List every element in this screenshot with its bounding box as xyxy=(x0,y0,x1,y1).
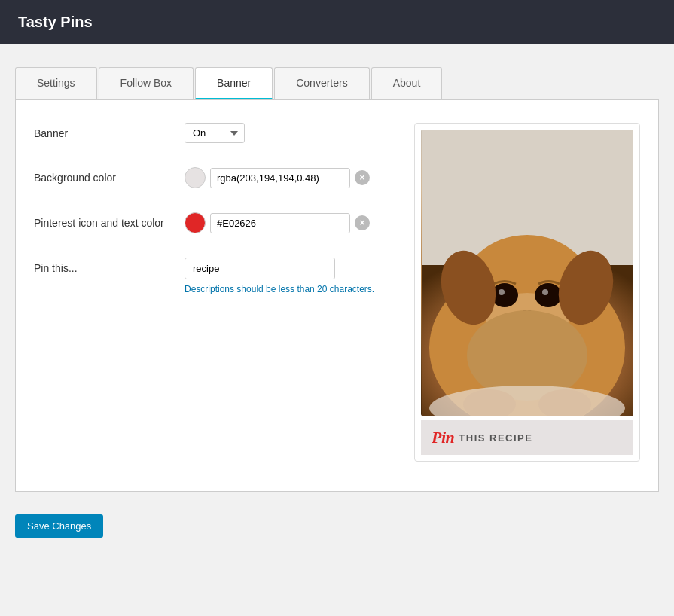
banner-label: Banner xyxy=(34,123,185,139)
tab-settings[interactable]: Settings xyxy=(15,67,97,99)
pin-hint-suffix: characters. xyxy=(330,284,374,294)
bg-color-row: Background color × xyxy=(34,167,384,188)
svg-point-8 xyxy=(499,289,505,295)
preview-card: Pin THIS RECIPE xyxy=(414,123,640,462)
preview-section: Pin THIS RECIPE xyxy=(414,123,640,462)
pin-control: Descriptions should be less than 20 char… xyxy=(185,258,384,294)
pin-banner: Pin THIS RECIPE xyxy=(421,420,633,455)
save-section: Save Changes xyxy=(15,514,659,538)
tab-bar: Settings Follow Box Banner Converters Ab… xyxy=(15,67,659,100)
tab-converters[interactable]: Converters xyxy=(274,67,369,99)
pin-label: Pin this... xyxy=(34,258,185,274)
banner-control: On Off xyxy=(185,123,384,143)
pin-input[interactable] xyxy=(185,258,335,279)
icon-color-row: Pinterest icon and text color × xyxy=(34,212,384,233)
pin-caps-text: THIS RECIPE xyxy=(459,432,532,444)
dog-illustration xyxy=(421,130,633,416)
bg-color-swatch[interactable] xyxy=(185,167,206,188)
icon-color-label: Pinterest icon and text color xyxy=(34,212,185,229)
pin-script-text: Pin xyxy=(432,428,454,447)
tab-follow-box[interactable]: Follow Box xyxy=(99,67,194,99)
save-button[interactable]: Save Changes xyxy=(15,514,103,538)
pin-hint: Descriptions should be less than 20 char… xyxy=(185,284,384,294)
svg-point-9 xyxy=(542,289,548,295)
panel-banner: Banner On Off Background color xyxy=(15,100,659,492)
icon-color-control: × xyxy=(185,212,384,233)
icon-color-swatch[interactable] xyxy=(185,212,206,233)
pin-hint-num: 20 xyxy=(317,284,327,294)
tab-about[interactable]: About xyxy=(371,67,443,99)
bg-color-clear[interactable]: × xyxy=(355,170,370,185)
form-section: Banner On Off Background color xyxy=(34,123,384,462)
header: Tasty Pins xyxy=(0,0,674,44)
pin-hint-text: Descriptions should be less than xyxy=(185,284,315,294)
pin-row: Pin this... Descriptions should be less … xyxy=(34,258,384,294)
dog-image xyxy=(421,130,633,416)
icon-color-input[interactable] xyxy=(210,213,350,233)
banner-select[interactable]: On Off xyxy=(185,123,245,143)
banner-row: Banner On Off xyxy=(34,123,384,143)
svg-point-7 xyxy=(535,283,562,307)
bg-color-input[interactable] xyxy=(210,168,350,188)
app-title: Tasty Pins xyxy=(18,14,93,30)
bg-color-control: × xyxy=(185,167,384,188)
icon-color-clear[interactable]: × xyxy=(355,215,370,230)
tab-banner[interactable]: Banner xyxy=(195,67,273,99)
bg-color-label: Background color xyxy=(34,167,185,184)
